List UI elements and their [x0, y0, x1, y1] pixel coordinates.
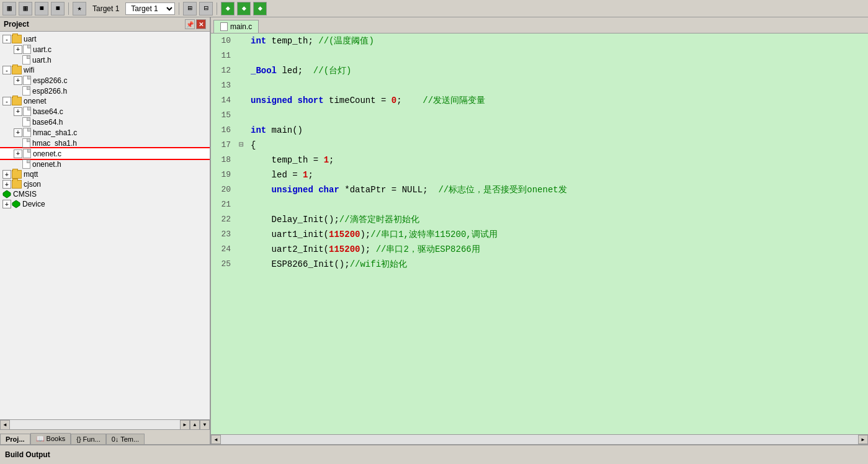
hscroll-up[interactable]: ▲ [190, 420, 200, 430]
hscroll-down[interactable]: ▼ [200, 420, 210, 430]
code-editor[interactable]: 10 int temp_th; //(温度阈值) 11 12 _Bool led… [211, 33, 868, 434]
toolbar-sep-3 [217, 2, 217, 15]
label-uart: uart [24, 35, 37, 43]
hscroll-right[interactable]: ▶ [180, 420, 190, 430]
sidebar-header: Project 📌 ✕ [0, 17, 210, 32]
toolbar-icon-2[interactable]: ▦ [19, 2, 32, 16]
tab-project[interactable]: Proj... [0, 434, 30, 444]
build-output-label: Build Output [5, 450, 50, 459]
toolbar-icon-copy[interactable]: ⊞ [183, 2, 197, 16]
svg-marker-1 [12, 200, 20, 208]
tree-item-cjson-folder[interactable]: + cjson [0, 179, 210, 189]
toolbar-icon-1[interactable]: ▦ [2, 2, 16, 16]
tree-item-onenet-c[interactable]: + onenet.c [0, 148, 210, 159]
code-line-17: 17 ⊟ { [211, 138, 868, 153]
tree-item-base64-c[interactable]: + base64.c [0, 106, 210, 117]
file-icon-base64-h [22, 117, 30, 127]
toolbar-icon-gem3[interactable]: ◆ [253, 2, 267, 16]
hscroll-left[interactable]: ◀ [0, 420, 10, 430]
expand-hmac-c[interactable]: + [14, 128, 22, 137]
line-content-19: led = 1; [247, 167, 868, 182]
tree-item-uart-c[interactable]: + uart.c [0, 44, 210, 55]
expand-device[interactable]: + [2, 200, 11, 208]
line-num-17: 17 [211, 138, 236, 153]
label-onenet-c: onenet.c [33, 149, 61, 158]
expand-uart[interactable]: - [2, 35, 11, 43]
code-line-13: 13 [211, 78, 868, 93]
tree-item-esp8266-c[interactable]: + esp8266.c [0, 75, 210, 86]
line-content-12: _Bool led; //(台灯) [247, 63, 868, 78]
editor-hscroll-track[interactable] [221, 435, 858, 444]
toolbar-icon-4[interactable]: ■ [51, 2, 65, 16]
expand-mqtt[interactable]: + [2, 170, 11, 179]
expand-uart-c[interactable]: + [14, 45, 22, 54]
expand-onenet[interactable]: - [2, 97, 11, 105]
label-cmsis: CMSIS [13, 190, 37, 199]
target-dropdown[interactable]: Target 1 [125, 2, 175, 15]
build-output-panel: Build Output [0, 444, 868, 464]
expand-onenet-c[interactable]: + [14, 149, 22, 158]
pin-button[interactable]: 📌 [185, 19, 195, 29]
label-base64-c: base64.c [33, 107, 63, 116]
label-cjson: cjson [24, 180, 41, 189]
file-icon-base64-c [23, 107, 31, 116]
close-sidebar-button[interactable]: ✕ [196, 19, 206, 29]
tree-item-base64-h[interactable]: base64.h [0, 117, 210, 127]
line-content-20: unsigned char *dataPtr = NULL; //标志位，是否接… [247, 182, 868, 197]
tree-item-uart-h[interactable]: uart.h [0, 55, 210, 65]
line-num-13: 13 [211, 78, 236, 93]
tab-templates[interactable]: 0↓ Tem... [106, 434, 145, 444]
expand-base64-c[interactable]: + [14, 107, 22, 116]
tree-item-esp8266-h[interactable]: esp8266.h [0, 86, 210, 96]
file-icon-hmac-h [22, 138, 30, 148]
toolbar-sep-2 [179, 2, 179, 15]
line-num-16: 16 [211, 123, 236, 138]
expand-wifi[interactable]: - [2, 66, 11, 74]
code-line-18: 18 temp_th = 1; [211, 153, 868, 167]
line-num-21: 21 [211, 197, 236, 212]
line-num-20: 20 [211, 182, 236, 197]
folder-icon-wifi [12, 66, 22, 74]
project-tree[interactable]: - uart + uart.c uart.h - [0, 32, 210, 419]
tab-main-c[interactable]: main.c [213, 20, 259, 33]
code-line-11: 11 [211, 48, 868, 63]
toolbar-icon-3[interactable]: ■ [35, 2, 48, 16]
editor-hscroll: ◀ ▶ [211, 434, 868, 444]
tree-item-cmsis[interactable]: CMSIS [0, 189, 210, 199]
gutter-17: ⊟ [236, 138, 247, 153]
expand-cjson[interactable]: + [2, 180, 11, 189]
toolbar-icon-gem2[interactable]: ◆ [237, 2, 251, 16]
tree-item-device[interactable]: + Device [0, 199, 210, 209]
toolbar-icon-gem1[interactable]: ◆ [221, 2, 235, 16]
tree-item-onenet-h[interactable]: onenet.h [0, 159, 210, 169]
tab-label-main-c: main.c [230, 22, 252, 31]
toolbar-icon-paste[interactable]: ⊟ [199, 2, 213, 16]
code-line-10: 10 int temp_th; //(温度阈值) [211, 33, 868, 48]
code-line-19: 19 led = 1; [211, 167, 868, 182]
tab-functions[interactable]: {} Fun... [71, 434, 106, 444]
expand-esp8266-c[interactable]: + [14, 76, 22, 85]
hscroll-track[interactable] [10, 420, 180, 430]
line-content-24: uart2_Init(115200); //串口2，驱动ESP8266用 [247, 242, 868, 257]
tab-books[interactable]: 📖 Books [30, 433, 71, 444]
line-num-19: 19 [211, 167, 236, 182]
tree-item-uart-folder[interactable]: - uart [0, 34, 210, 44]
editor-hscroll-left[interactable]: ◀ [211, 435, 221, 444]
toolbar-icon-star[interactable]: ★ [73, 2, 86, 16]
folder-icon-uart [12, 35, 22, 43]
tree-item-mqtt-folder[interactable]: + mqtt [0, 169, 210, 179]
code-line-16: 16 int main() [211, 123, 868, 138]
tree-item-onenet-folder[interactable]: - onenet [0, 96, 210, 106]
line-content-11 [247, 48, 868, 63]
tree-item-hmac-h[interactable]: hmac_sha1.h [0, 138, 210, 148]
label-onenet: onenet [24, 97, 47, 105]
toolbar: ▦ ▦ ■ ■ ★ Target 1 Target 1 ⊞ ⊟ ◆ ◆ ◆ [0, 0, 868, 17]
label-onenet-h: onenet.h [32, 160, 61, 169]
line-num-14: 14 [211, 93, 236, 108]
tree-item-wifi-folder[interactable]: - wifi [0, 65, 210, 75]
editor-hscroll-right[interactable]: ▶ [858, 435, 868, 444]
tree-item-hmac-c[interactable]: + hmac_sha1.c [0, 127, 210, 138]
label-uart-c: uart.c [33, 45, 51, 54]
line-content-25: ESP8266_Init();//wifi初始化 [247, 257, 868, 272]
label-hmac-c: hmac_sha1.c [33, 128, 77, 137]
